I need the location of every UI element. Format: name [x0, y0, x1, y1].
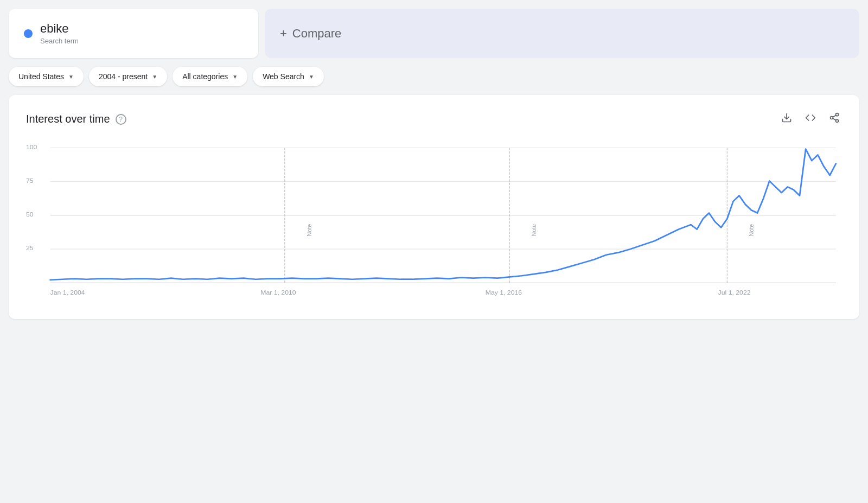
region-dropdown-icon: ▼ — [68, 74, 74, 80]
download-button[interactable] — [779, 110, 794, 128]
note-text-1: Note — [306, 224, 312, 237]
chart-title-row: Interest over time ? — [26, 113, 126, 125]
x-label-2010: Mar 1, 2010 — [260, 289, 296, 296]
time-dropdown-icon: ▼ — [152, 74, 157, 80]
note-text-3: Note — [748, 224, 755, 237]
download-icon — [781, 112, 792, 123]
y-label-25: 25 — [26, 244, 34, 252]
category-filter[interactable]: All categories ▼ — [173, 67, 247, 86]
chart-actions — [779, 110, 842, 128]
trend-polyline — [50, 149, 836, 280]
share-button[interactable] — [827, 110, 842, 128]
category-dropdown-icon: ▼ — [232, 74, 238, 80]
share-icon — [829, 112, 840, 123]
region-filter[interactable]: United States ▼ — [9, 67, 84, 86]
region-filter-label: United States — [18, 72, 64, 81]
help-icon[interactable]: ? — [116, 114, 126, 125]
compare-label: Compare — [292, 27, 341, 41]
compare-card[interactable]: + Compare — [265, 9, 859, 58]
trend-chart: 100 75 50 25 Note Note Note Jan 1, 2004 — [26, 143, 842, 306]
term-name: ebike — [40, 22, 79, 36]
search-term-text: ebike Search term — [40, 22, 79, 45]
question-mark: ? — [119, 116, 123, 123]
chart-title: Interest over time — [26, 113, 110, 125]
x-label-2004: Jan 1, 2004 — [50, 289, 85, 296]
filters-row: United States ▼ 2004 - present ▼ All cat… — [9, 67, 859, 86]
search-type-dropdown-icon: ▼ — [309, 74, 314, 80]
svg-line-5 — [833, 115, 836, 117]
category-filter-label: All categories — [182, 72, 228, 81]
search-type-filter[interactable]: Web Search ▼ — [253, 67, 324, 86]
embed-icon — [805, 112, 816, 123]
note-text-2: Note — [531, 224, 537, 237]
embed-button[interactable] — [803, 110, 818, 128]
term-label: Search term — [40, 37, 79, 45]
x-label-2022: Jul 1, 2022 — [718, 289, 751, 296]
chart-header: Interest over time ? — [26, 110, 842, 128]
chart-wrapper: 100 75 50 25 Note Note Note Jan 1, 2004 — [26, 143, 842, 306]
x-label-2016: May 1, 2016 — [486, 289, 522, 296]
y-label-50: 50 — [26, 211, 34, 218]
y-label-100: 100 — [26, 143, 37, 151]
time-filter-label: 2004 - present — [99, 72, 148, 81]
y-label-75: 75 — [26, 177, 34, 184]
compare-plus-icon: + — [280, 27, 287, 41]
time-filter[interactable]: 2004 - present ▼ — [89, 67, 167, 86]
search-term-card: ebike Search term — [9, 9, 258, 58]
chart-card: Interest over time ? — [9, 95, 859, 319]
search-dot — [24, 29, 33, 38]
search-type-filter-label: Web Search — [263, 72, 304, 81]
svg-line-4 — [833, 118, 836, 120]
